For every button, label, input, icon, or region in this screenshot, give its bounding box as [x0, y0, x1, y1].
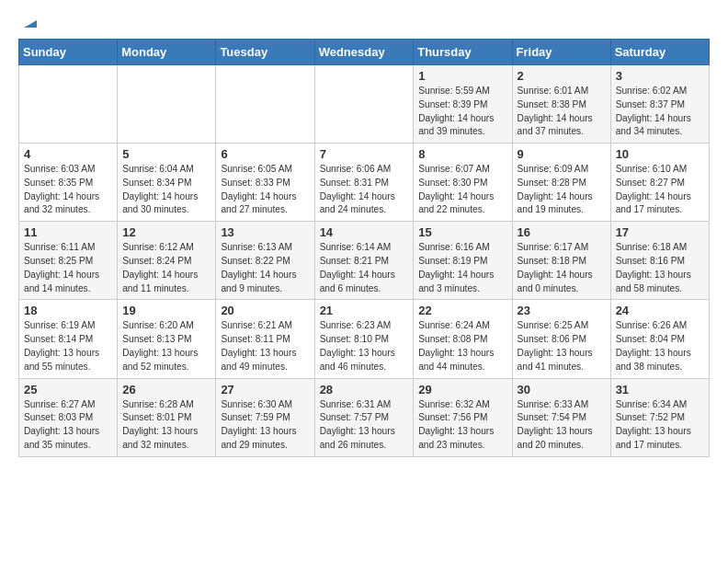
- day-info: Sunrise: 6:31 AMSunset: 7:57 PMDaylight:…: [320, 398, 409, 453]
- day-number: 17: [616, 225, 704, 239]
- day-number: 28: [320, 383, 409, 396]
- calendar-cell: 4Sunrise: 6:03 AMSunset: 8:35 PMDaylight…: [19, 144, 118, 222]
- day-info: Sunrise: 6:32 AMSunset: 7:56 PMDaylight:…: [418, 398, 506, 453]
- day-info: Sunrise: 6:12 AMSunset: 8:24 PMDaylight:…: [122, 241, 210, 295]
- calendar-cell: 31Sunrise: 6:34 AMSunset: 7:52 PMDayligh…: [610, 378, 709, 456]
- column-header-friday: Friday: [512, 40, 610, 65]
- day-number: 1: [418, 69, 506, 83]
- calendar-cell: 25Sunrise: 6:27 AMSunset: 8:03 PMDayligh…: [19, 378, 118, 456]
- day-number: 27: [221, 383, 309, 396]
- day-info: Sunrise: 6:02 AMSunset: 8:37 PMDaylight:…: [616, 85, 704, 139]
- calendar-cell: 3Sunrise: 6:02 AMSunset: 8:37 PMDaylight…: [610, 65, 709, 144]
- day-number: 2: [518, 69, 606, 83]
- day-info: Sunrise: 6:30 AMSunset: 7:59 PMDaylight:…: [221, 398, 309, 453]
- calendar-cell: 21Sunrise: 6:23 AMSunset: 8:10 PMDayligh…: [314, 300, 414, 378]
- day-number: 5: [122, 147, 210, 161]
- day-number: 25: [24, 383, 112, 396]
- day-info: Sunrise: 6:18 AMSunset: 8:16 PMDaylight:…: [616, 241, 704, 295]
- day-number: 3: [616, 69, 704, 83]
- calendar-cell: 14Sunrise: 6:14 AMSunset: 8:21 PMDayligh…: [314, 222, 414, 300]
- calendar-cell: 20Sunrise: 6:21 AMSunset: 8:11 PMDayligh…: [216, 300, 314, 378]
- calendar-cell: 13Sunrise: 6:13 AMSunset: 8:22 PMDayligh…: [216, 222, 314, 300]
- day-info: Sunrise: 6:24 AMSunset: 8:08 PMDaylight:…: [418, 319, 506, 373]
- calendar-cell: 28Sunrise: 6:31 AMSunset: 7:57 PMDayligh…: [314, 378, 414, 456]
- calendar-cell: 12Sunrise: 6:12 AMSunset: 8:24 PMDayligh…: [118, 222, 216, 300]
- day-info: Sunrise: 6:33 AMSunset: 7:54 PMDaylight:…: [518, 398, 606, 453]
- day-number: 31: [616, 383, 704, 396]
- calendar-cell: 5Sunrise: 6:04 AMSunset: 8:34 PMDaylight…: [118, 144, 216, 222]
- day-info: Sunrise: 6:03 AMSunset: 8:35 PMDaylight:…: [24, 163, 112, 217]
- day-info: Sunrise: 6:10 AMSunset: 8:27 PMDaylight:…: [616, 163, 704, 217]
- day-info: Sunrise: 6:26 AMSunset: 8:04 PMDaylight:…: [616, 319, 704, 373]
- calendar-cell: 19Sunrise: 6:20 AMSunset: 8:13 PMDayligh…: [118, 300, 216, 378]
- calendar-cell: 11Sunrise: 6:11 AMSunset: 8:25 PMDayligh…: [19, 222, 118, 300]
- day-number: 26: [122, 383, 210, 396]
- day-info: Sunrise: 6:28 AMSunset: 8:01 PMDaylight:…: [122, 398, 210, 453]
- day-info: Sunrise: 6:14 AMSunset: 8:21 PMDaylight:…: [320, 241, 409, 295]
- day-info: Sunrise: 6:23 AMSunset: 8:10 PMDaylight:…: [320, 319, 409, 373]
- calendar-cell: 22Sunrise: 6:24 AMSunset: 8:08 PMDayligh…: [414, 300, 512, 378]
- day-info: Sunrise: 6:27 AMSunset: 8:03 PMDaylight:…: [24, 398, 112, 453]
- day-info: Sunrise: 6:20 AMSunset: 8:13 PMDaylight:…: [122, 319, 210, 373]
- day-info: Sunrise: 6:25 AMSunset: 8:06 PMDaylight:…: [518, 319, 606, 373]
- column-header-tuesday: Tuesday: [216, 40, 314, 65]
- calendar-row-4: 18Sunrise: 6:19 AMSunset: 8:14 PMDayligh…: [19, 300, 710, 378]
- day-number: 21: [320, 304, 409, 317]
- calendar-row-5: 25Sunrise: 6:27 AMSunset: 8:03 PMDayligh…: [19, 378, 710, 456]
- calendar-cell: 18Sunrise: 6:19 AMSunset: 8:14 PMDayligh…: [19, 300, 118, 378]
- svg-marker-0: [24, 20, 37, 28]
- calendar-cell: 1Sunrise: 5:59 AMSunset: 8:39 PMDaylight…: [414, 65, 512, 144]
- calendar-cell: 15Sunrise: 6:16 AMSunset: 8:19 PMDayligh…: [414, 222, 512, 300]
- calendar-table: SundayMondayTuesdayWednesdayThursdayFrid…: [18, 39, 710, 457]
- day-number: 8: [418, 147, 506, 161]
- day-number: 11: [24, 225, 112, 239]
- calendar-cell: 16Sunrise: 6:17 AMSunset: 8:18 PMDayligh…: [512, 222, 610, 300]
- day-info: Sunrise: 6:07 AMSunset: 8:30 PMDaylight:…: [418, 163, 506, 217]
- calendar-cell: 29Sunrise: 6:32 AMSunset: 7:56 PMDayligh…: [414, 378, 512, 456]
- day-info: Sunrise: 6:05 AMSunset: 8:33 PMDaylight:…: [221, 163, 309, 217]
- calendar-cell: 10Sunrise: 6:10 AMSunset: 8:27 PMDayligh…: [610, 144, 709, 222]
- day-number: 10: [616, 147, 704, 161]
- column-header-thursday: Thursday: [414, 40, 512, 65]
- column-header-monday: Monday: [118, 40, 216, 65]
- calendar-cell: 9Sunrise: 6:09 AMSunset: 8:28 PMDaylight…: [512, 144, 610, 222]
- day-number: 29: [418, 383, 506, 396]
- day-number: 12: [122, 225, 210, 239]
- day-number: 20: [221, 304, 309, 317]
- day-number: 24: [616, 304, 704, 317]
- calendar-cell: 30Sunrise: 6:33 AMSunset: 7:54 PMDayligh…: [512, 378, 610, 456]
- column-header-wednesday: Wednesday: [314, 40, 414, 65]
- day-number: 13: [221, 225, 309, 239]
- calendar-cell: 8Sunrise: 6:07 AMSunset: 8:30 PMDaylight…: [414, 144, 512, 222]
- calendar-cell: [19, 65, 118, 144]
- day-number: 19: [122, 304, 210, 317]
- column-header-sunday: Sunday: [19, 40, 118, 65]
- day-info: Sunrise: 6:21 AMSunset: 8:11 PMDaylight:…: [221, 319, 309, 373]
- calendar-row-3: 11Sunrise: 6:11 AMSunset: 8:25 PMDayligh…: [19, 222, 710, 300]
- day-number: 9: [518, 147, 606, 161]
- calendar-cell: 7Sunrise: 6:06 AMSunset: 8:31 PMDaylight…: [314, 144, 414, 222]
- day-number: 6: [221, 147, 309, 161]
- day-number: 4: [24, 147, 112, 161]
- calendar-cell: 27Sunrise: 6:30 AMSunset: 7:59 PMDayligh…: [216, 378, 314, 456]
- logo: [18, 15, 39, 31]
- calendar-row-2: 4Sunrise: 6:03 AMSunset: 8:35 PMDaylight…: [19, 144, 710, 222]
- day-info: Sunrise: 6:16 AMSunset: 8:19 PMDaylight:…: [418, 241, 506, 295]
- day-info: Sunrise: 6:34 AMSunset: 7:52 PMDaylight:…: [616, 398, 704, 453]
- day-info: Sunrise: 5:59 AMSunset: 8:39 PMDaylight:…: [418, 85, 506, 139]
- day-number: 14: [320, 225, 409, 239]
- calendar-cell: [118, 65, 216, 144]
- calendar-row-1: 1Sunrise: 5:59 AMSunset: 8:39 PMDaylight…: [19, 65, 710, 144]
- day-info: Sunrise: 6:11 AMSunset: 8:25 PMDaylight:…: [24, 241, 112, 295]
- day-info: Sunrise: 6:01 AMSunset: 8:38 PMDaylight:…: [518, 85, 606, 139]
- calendar-cell: 23Sunrise: 6:25 AMSunset: 8:06 PMDayligh…: [512, 300, 610, 378]
- day-info: Sunrise: 6:17 AMSunset: 8:18 PMDaylight:…: [518, 241, 606, 295]
- calendar-cell: 17Sunrise: 6:18 AMSunset: 8:16 PMDayligh…: [610, 222, 709, 300]
- page-header: [18, 15, 710, 31]
- calendar-cell: 26Sunrise: 6:28 AMSunset: 8:01 PMDayligh…: [118, 378, 216, 456]
- day-info: Sunrise: 6:06 AMSunset: 8:31 PMDaylight:…: [320, 163, 409, 217]
- day-number: 23: [518, 304, 606, 317]
- day-info: Sunrise: 6:13 AMSunset: 8:22 PMDaylight:…: [221, 241, 309, 295]
- day-info: Sunrise: 6:09 AMSunset: 8:28 PMDaylight:…: [518, 163, 606, 217]
- day-number: 16: [518, 225, 606, 239]
